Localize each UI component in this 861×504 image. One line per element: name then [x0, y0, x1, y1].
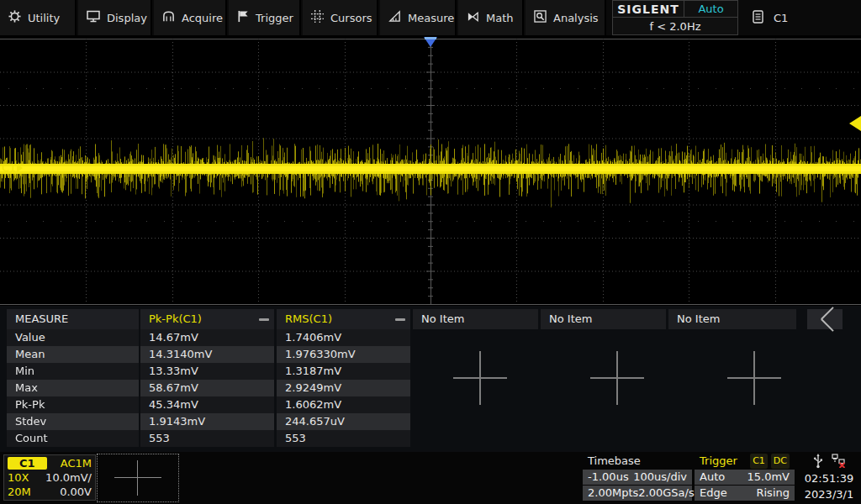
- menu-analysis[interactable]: Analysis: [526, 0, 606, 35]
- measure-column-label: RMS(C1): [285, 312, 332, 325]
- add-measurement-placeholder[interactable]: [453, 351, 507, 405]
- stat-label: Mean: [7, 346, 139, 363]
- measure-column-label: Pk-Pk(C1): [149, 312, 202, 325]
- close-measure-panel-button[interactable]: [807, 309, 843, 329]
- channel1-info-box[interactable]: C1 AC1M 10X 10.0mV/ 20M 0.00V: [3, 454, 96, 501]
- timebase-samplerate: 2.00GSa/s: [638, 486, 694, 501]
- trigger-slope: Rising: [756, 486, 790, 501]
- magnifier-icon: [534, 10, 547, 25]
- channel1-probe: 10X: [8, 470, 29, 485]
- trigger-source-badge: C1: [750, 454, 768, 469]
- ruler-icon: [388, 10, 401, 25]
- trigger-title: Trigger: [700, 454, 737, 469]
- channel1-badge: C1: [8, 457, 47, 470]
- menu-acquire[interactable]: Acquire: [154, 0, 227, 35]
- menu-label: Math: [486, 12, 514, 24]
- stat-value: 553: [277, 430, 410, 447]
- trigger-coupling-badge: DC: [771, 454, 790, 469]
- brand-status-box: SIGLENT Auto f < 2.0Hz: [612, 0, 738, 35]
- channel-zero-level-marker[interactable]: C1: [2, 161, 23, 174]
- system-date: 2023/3/1: [797, 486, 861, 502]
- menu-display[interactable]: Display: [78, 0, 152, 35]
- measure-panel: MEASURE Pk-Pk(C1) RMS(C1) No Item No Ite…: [0, 306, 861, 452]
- crosshatch-icon: [311, 10, 324, 25]
- siglent-logo: SIGLENT: [612, 0, 684, 18]
- measure-column-empty-2[interactable]: No Item: [541, 309, 666, 329]
- trigger-level-marker[interactable]: [849, 116, 861, 131]
- remove-measurement-icon[interactable]: [395, 318, 405, 321]
- add-channel-plus-icon: [114, 460, 161, 496]
- stat-value: 14.3140mV: [140, 346, 274, 363]
- channel-marker-label: C1: [2, 161, 16, 174]
- stat-label: Value: [7, 329, 139, 346]
- add-measurement-placeholder[interactable]: [727, 351, 781, 405]
- stat-value: 1.976330mV: [277, 346, 410, 363]
- measure-panel-title: MEASURE: [7, 309, 139, 329]
- remove-measurement-icon[interactable]: [259, 318, 269, 321]
- menu-utility[interactable]: Utility: [0, 0, 77, 35]
- channel-marker-arrow-icon: [17, 164, 23, 172]
- lan-disconnected-icon: [832, 454, 846, 470]
- waveform-canvas[interactable]: [0, 35, 861, 306]
- system-status-box: 02:51:39 2023/3/1: [797, 454, 861, 502]
- timebase-points: 2.00Mpts: [588, 486, 638, 501]
- measure-column-empty-1[interactable]: No Item: [413, 309, 538, 329]
- trigger-info-box[interactable]: Trigger C1 DC Auto 15.0mV Edge Rising: [695, 454, 795, 501]
- active-channel-indicator[interactable]: C1: [753, 0, 788, 35]
- trigger-level: 15.0mV: [747, 470, 790, 485]
- menu-label: Measure: [408, 12, 454, 24]
- stat-label: Pk-Pk: [7, 396, 139, 413]
- frequency-readout: f < 2.0Hz: [612, 17, 738, 35]
- timebase-info-box[interactable]: Timebase -1.00us 100us/div 2.00Mpts 2.00…: [583, 454, 692, 501]
- menu-label: Acquire: [182, 12, 223, 24]
- stat-value: 45.34mV: [140, 396, 274, 413]
- trigger-position-marker[interactable]: [424, 37, 437, 47]
- acquisition-mode-badge[interactable]: Auto: [684, 0, 738, 18]
- oscilloscope-screen: Utility Display Acquire Trigger Cursors …: [0, 0, 861, 504]
- timebase-title: Timebase: [588, 454, 641, 469]
- measure-column-empty-3[interactable]: No Item: [668, 309, 796, 329]
- gear-icon: [8, 10, 21, 25]
- stat-label: Max: [7, 380, 139, 396]
- menu-measure[interactable]: Measure: [380, 0, 457, 35]
- menu-trigger[interactable]: Trigger: [229, 0, 301, 35]
- bowtie-icon: [467, 11, 479, 25]
- stat-value: 1.6062mV: [277, 396, 410, 413]
- menu-label: Utility: [28, 12, 60, 24]
- menu-math[interactable]: Math: [458, 0, 524, 35]
- menu-label: Trigger: [256, 12, 293, 24]
- menu-label: Cursors: [330, 12, 372, 24]
- arch-icon: [162, 10, 175, 25]
- stat-label: Min: [7, 363, 139, 380]
- menu-label: Display: [107, 12, 147, 24]
- channel1-bandwidth: 20M: [8, 485, 31, 499]
- measure-column-rms[interactable]: RMS(C1): [277, 309, 410, 329]
- waveform-display-area: C1: [0, 35, 861, 306]
- timebase-scale: 100us/div: [633, 470, 687, 485]
- stat-value: 2.9249mV: [277, 380, 410, 396]
- stat-value: 58.67mV: [140, 380, 274, 396]
- monitor-icon: [87, 10, 100, 25]
- menu-list-icon: [753, 10, 763, 26]
- bottom-status-bar: C1 AC1M 10X 10.0mV/ 20M 0.00V Timebase -…: [0, 452, 861, 504]
- timebase-delay: -1.00us: [588, 470, 629, 485]
- measure-column-pkpk[interactable]: Pk-Pk(C1): [140, 309, 274, 329]
- top-menu-bar: Utility Display Acquire Trigger Cursors …: [0, 0, 861, 35]
- stat-value: 553: [140, 430, 274, 447]
- stat-value: 244.657uV: [277, 413, 410, 430]
- stat-value: 1.3187mV: [277, 363, 410, 380]
- add-measurement-placeholder[interactable]: [590, 351, 644, 405]
- channel1-scale: 10.0mV/: [45, 470, 92, 485]
- stat-label: Stdev: [7, 413, 139, 430]
- active-channel-label: C1: [774, 12, 788, 24]
- system-time: 02:51:39: [797, 470, 861, 486]
- add-channel-box[interactable]: [97, 454, 179, 502]
- stat-label: Count: [7, 430, 139, 447]
- stat-value: 1.7406mV: [277, 329, 410, 346]
- menu-cursors[interactable]: Cursors: [303, 0, 378, 35]
- stat-value: 13.33mV: [140, 363, 274, 380]
- usb-icon: [813, 454, 823, 471]
- trigger-mode: Auto: [700, 470, 725, 485]
- channel1-offset: 0.00V: [60, 485, 92, 499]
- stat-value: 14.67mV: [140, 329, 274, 346]
